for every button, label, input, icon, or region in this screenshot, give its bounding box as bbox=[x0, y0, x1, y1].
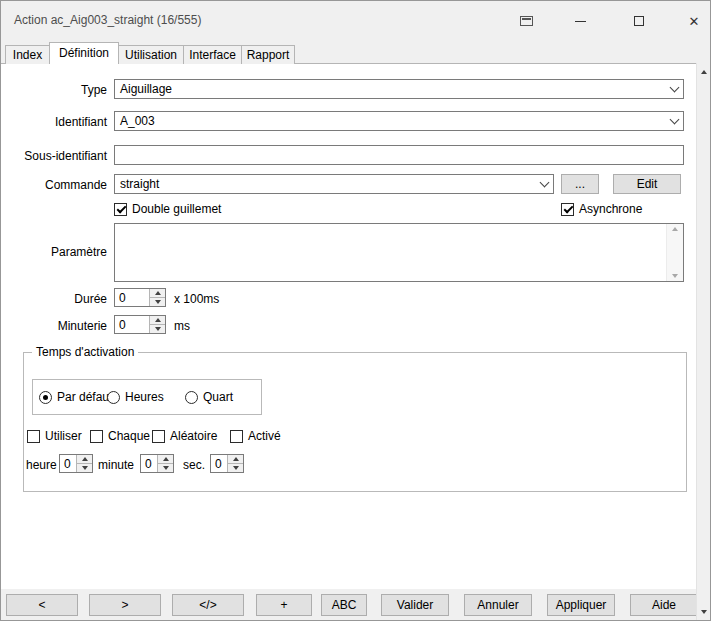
add-button[interactable]: + bbox=[256, 594, 312, 616]
minimize-button[interactable] bbox=[563, 9, 597, 33]
tab-utilisation[interactable]: Utilisation bbox=[118, 45, 184, 64]
spin-up-button[interactable] bbox=[150, 316, 165, 325]
radio-label: Par défaut bbox=[57, 390, 112, 404]
chevron-down-icon[interactable] bbox=[535, 175, 553, 193]
spin-down-button[interactable] bbox=[150, 325, 165, 333]
scroll-up-icon[interactable] bbox=[672, 227, 678, 231]
chevron-down-icon[interactable] bbox=[665, 112, 683, 130]
radio-quart[interactable]: Quart bbox=[185, 389, 233, 405]
chevron-glyph bbox=[669, 82, 679, 92]
down-arrow-icon bbox=[233, 466, 239, 470]
spinner-buttons bbox=[76, 455, 92, 472]
close-button[interactable]: ✕ bbox=[677, 9, 711, 33]
down-arrow-icon bbox=[155, 300, 161, 304]
scroll-down-icon[interactable] bbox=[672, 274, 678, 278]
minuterie-unit: ms bbox=[174, 319, 190, 333]
tab-index[interactable]: Index bbox=[5, 45, 50, 64]
spin-down-button[interactable] bbox=[158, 464, 173, 472]
type-value: Aiguillage bbox=[115, 82, 665, 96]
chevron-down-icon[interactable] bbox=[665, 80, 683, 98]
minute-spinner[interactable]: 0 bbox=[140, 454, 174, 473]
up-arrow-icon bbox=[155, 318, 161, 322]
commande-browse-button[interactable]: ... bbox=[561, 174, 599, 194]
parametre-textarea[interactable] bbox=[114, 223, 684, 282]
valider-button[interactable]: Valider bbox=[381, 594, 449, 616]
radio-par-defaut[interactable]: Par défaut bbox=[39, 389, 112, 405]
scrollbar-up-button[interactable] bbox=[697, 64, 710, 79]
chevron-glyph bbox=[669, 114, 679, 124]
abc-button[interactable]: ABC bbox=[321, 594, 367, 616]
sous-identifiant-input[interactable] bbox=[114, 145, 684, 165]
heure-spinner[interactable]: 0 bbox=[59, 454, 93, 473]
prev-button[interactable]: < bbox=[6, 594, 78, 616]
down-arrow-icon bbox=[163, 466, 169, 470]
checkbox-box bbox=[230, 430, 243, 443]
up-arrow-icon bbox=[233, 457, 239, 461]
annuler-button[interactable]: Annuler bbox=[464, 594, 532, 616]
spin-down-button[interactable] bbox=[77, 464, 92, 472]
up-arrow-icon bbox=[82, 457, 88, 461]
commande-edit-button[interactable]: Edit bbox=[613, 174, 681, 194]
duree-value[interactable]: 0 bbox=[115, 289, 149, 306]
down-arrow-icon bbox=[82, 466, 88, 470]
identifiant-combobox[interactable]: A_003 bbox=[114, 111, 684, 131]
appliquer-button[interactable]: Appliquer bbox=[547, 594, 615, 616]
checkbox-box bbox=[114, 203, 127, 216]
dock-window-button[interactable] bbox=[509, 9, 543, 33]
spin-down-button[interactable] bbox=[150, 298, 165, 306]
maximize-button[interactable] bbox=[622, 9, 656, 33]
radio-heures[interactable]: Heures bbox=[107, 389, 164, 405]
dialog-scrollbar[interactable] bbox=[696, 63, 710, 620]
aleatoire-checkbox[interactable]: Aléatoire bbox=[152, 428, 217, 444]
spinner-buttons bbox=[149, 289, 165, 306]
sous-identifiant-label: Sous-identifiant bbox=[1, 149, 107, 163]
heure-value[interactable]: 0 bbox=[60, 455, 76, 472]
tab-rapport[interactable]: Rapport bbox=[241, 45, 295, 64]
spin-up-button[interactable] bbox=[228, 455, 243, 464]
minute-value[interactable]: 0 bbox=[141, 455, 157, 472]
sec-spinner[interactable]: 0 bbox=[210, 454, 244, 473]
duree-spinner[interactable]: 0 bbox=[114, 288, 166, 307]
active-checkbox[interactable]: Activé bbox=[230, 428, 281, 444]
tab-interface[interactable]: Interface bbox=[183, 45, 242, 64]
next-button[interactable]: > bbox=[89, 594, 161, 616]
asynchrone-checkbox[interactable]: Asynchrone bbox=[561, 201, 642, 217]
type-combobox[interactable]: Aiguillage bbox=[114, 79, 684, 99]
heure-label: heure bbox=[26, 458, 57, 472]
sec-value[interactable]: 0 bbox=[211, 455, 227, 472]
parametre-scrollbar[interactable] bbox=[666, 224, 683, 281]
minuterie-spinner[interactable]: 0 bbox=[114, 315, 166, 334]
chaque-checkbox[interactable]: Chaque bbox=[90, 428, 150, 444]
checkbox-label: Utiliser bbox=[45, 429, 82, 443]
identifiant-label: Identifiant bbox=[1, 115, 107, 129]
checkbox-label: Asynchrone bbox=[579, 202, 642, 216]
utiliser-checkbox[interactable]: Utiliser bbox=[27, 428, 82, 444]
checkbox-label: Double guillemet bbox=[132, 202, 221, 216]
checkbox-label: Aléatoire bbox=[170, 429, 217, 443]
group-title: Temps d'activation bbox=[32, 345, 138, 359]
radio-circle bbox=[185, 391, 198, 404]
window-title: Action ac_Aig003_straight (16/555) bbox=[14, 13, 201, 27]
minuterie-value[interactable]: 0 bbox=[115, 316, 149, 333]
radio-label: Quart bbox=[203, 390, 233, 404]
chevron-glyph bbox=[539, 177, 549, 187]
spinner-buttons bbox=[149, 316, 165, 333]
spin-up-button[interactable] bbox=[158, 455, 173, 464]
spin-up-button[interactable] bbox=[77, 455, 92, 464]
tab-definition[interactable]: Définition bbox=[49, 42, 119, 64]
dock-icon bbox=[520, 16, 533, 26]
down-arrow-icon bbox=[701, 610, 707, 614]
radio-group-box: Par défaut Heures Quart bbox=[32, 379, 262, 415]
duree-unit: x 100ms bbox=[174, 292, 219, 306]
code-button[interactable]: </> bbox=[172, 594, 244, 616]
spin-down-button[interactable] bbox=[228, 464, 243, 472]
aide-button[interactable]: Aide bbox=[630, 594, 698, 616]
double-guillemet-checkbox[interactable]: Double guillemet bbox=[114, 201, 221, 217]
commande-combobox[interactable]: straight bbox=[114, 174, 554, 194]
checkbox-label: Activé bbox=[248, 429, 281, 443]
up-arrow-icon bbox=[155, 291, 161, 295]
spin-up-button[interactable] bbox=[150, 289, 165, 298]
type-label: Type bbox=[1, 83, 107, 97]
dialog-window: Action ac_Aig003_straight (16/555) ✕ Ind… bbox=[0, 0, 711, 621]
scrollbar-down-button[interactable] bbox=[697, 604, 710, 619]
